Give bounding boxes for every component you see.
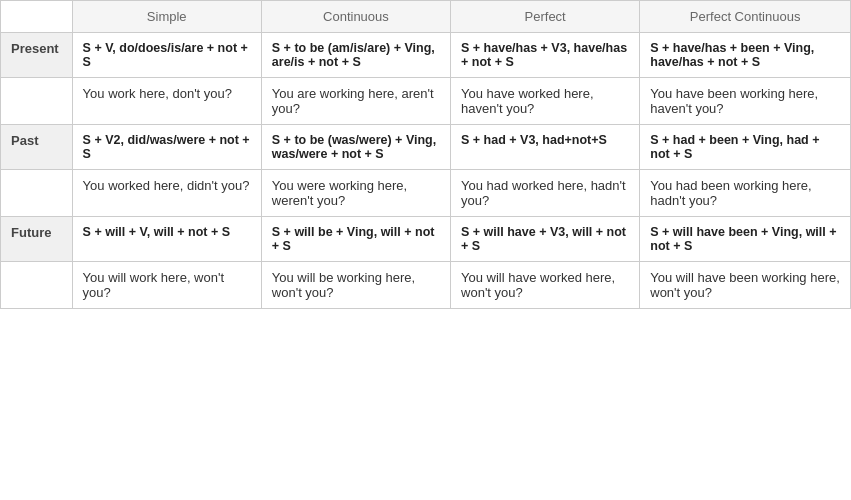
formula-cell: S + had + V3, had+not+S [451,125,640,170]
tense-label: Past [1,125,73,170]
tense-table: Simple Continuous Perfect Perfect Contin… [0,0,851,309]
header-empty [1,1,73,33]
example-cell: You work here, don't you? [72,78,261,125]
header-simple: Simple [72,1,261,33]
formula-cell: S + V2, did/was/were + not + S [72,125,261,170]
header-perfect-continuous: Perfect Continuous [640,1,851,33]
formula-cell: S + will have been + Ving, will + not + … [640,217,851,262]
tense-empty [1,170,73,217]
example-row: You work here, don't you?You are working… [1,78,851,125]
example-row: You worked here, didn't you?You were wor… [1,170,851,217]
example-cell: You will work here, won't you? [72,262,261,309]
tense-empty [1,262,73,309]
formula-cell: S + will be + Ving, will + not + S [261,217,450,262]
example-cell: You were working here, weren't you? [261,170,450,217]
formula-cell: S + will have + V3, will + not + S [451,217,640,262]
example-cell: You had worked here, hadn't you? [451,170,640,217]
example-cell: You are working here, aren't you? [261,78,450,125]
formula-row: PresentS + V, do/does/is/are + not + SS … [1,33,851,78]
example-cell: You have worked here, haven't you? [451,78,640,125]
example-cell: You will have worked here, won't you? [451,262,640,309]
tense-empty [1,78,73,125]
tense-label: Present [1,33,73,78]
tense-label: Future [1,217,73,262]
header-perfect: Perfect [451,1,640,33]
formula-row: FutureS + will + V, will + not + SS + wi… [1,217,851,262]
formula-cell: S + to be (am/is/are) + Ving, are/is + n… [261,33,450,78]
formula-row: PastS + V2, did/was/were + not + SS + to… [1,125,851,170]
formula-cell: S + have/has + V3, have/has + not + S [451,33,640,78]
formula-cell: S + will + V, will + not + S [72,217,261,262]
formula-cell: S + to be (was/were) + Ving, was/were + … [261,125,450,170]
formula-cell: S + V, do/does/is/are + not + S [72,33,261,78]
example-row: You will work here, won't you?You will b… [1,262,851,309]
example-cell: You worked here, didn't you? [72,170,261,217]
example-cell: You will have been working here, won't y… [640,262,851,309]
formula-cell: S + have/has + been + Ving, have/has + n… [640,33,851,78]
example-cell: You will be working here, won't you? [261,262,450,309]
example-cell: You had been working here, hadn't you? [640,170,851,217]
header-continuous: Continuous [261,1,450,33]
example-cell: You have been working here, haven't you? [640,78,851,125]
header-row: Simple Continuous Perfect Perfect Contin… [1,1,851,33]
formula-cell: S + had + been + Ving, had + not + S [640,125,851,170]
